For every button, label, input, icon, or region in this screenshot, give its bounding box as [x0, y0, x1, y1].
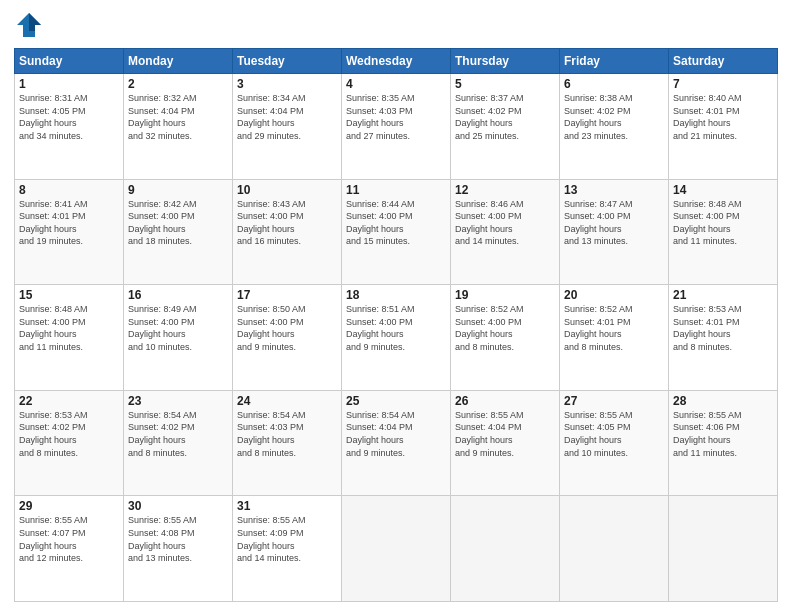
day-detail: Sunrise: 8:34 AM Sunset: 4:04 PM Dayligh…	[237, 92, 337, 142]
day-detail: Sunrise: 8:55 AM Sunset: 4:09 PM Dayligh…	[237, 514, 337, 564]
day-number: 25	[346, 394, 446, 408]
day-number: 21	[673, 288, 773, 302]
logo-icon	[14, 10, 44, 40]
day-cell-10: 10 Sunrise: 8:43 AM Sunset: 4:00 PM Dayl…	[233, 179, 342, 285]
day-cell-26: 26 Sunrise: 8:55 AM Sunset: 4:04 PM Dayl…	[451, 390, 560, 496]
day-cell-30: 30 Sunrise: 8:55 AM Sunset: 4:08 PM Dayl…	[124, 496, 233, 602]
day-detail: Sunrise: 8:41 AM Sunset: 4:01 PM Dayligh…	[19, 198, 119, 248]
day-cell-29: 29 Sunrise: 8:55 AM Sunset: 4:07 PM Dayl…	[15, 496, 124, 602]
day-number: 3	[237, 77, 337, 91]
day-detail: Sunrise: 8:55 AM Sunset: 4:08 PM Dayligh…	[128, 514, 228, 564]
day-detail: Sunrise: 8:47 AM Sunset: 4:00 PM Dayligh…	[564, 198, 664, 248]
day-detail: Sunrise: 8:50 AM Sunset: 4:00 PM Dayligh…	[237, 303, 337, 353]
day-detail: Sunrise: 8:37 AM Sunset: 4:02 PM Dayligh…	[455, 92, 555, 142]
day-number: 19	[455, 288, 555, 302]
day-number: 17	[237, 288, 337, 302]
day-number: 1	[19, 77, 119, 91]
day-detail: Sunrise: 8:32 AM Sunset: 4:04 PM Dayligh…	[128, 92, 228, 142]
empty-cell	[669, 496, 778, 602]
day-detail: Sunrise: 8:54 AM Sunset: 4:03 PM Dayligh…	[237, 409, 337, 459]
calendar-body: 1 Sunrise: 8:31 AM Sunset: 4:05 PM Dayli…	[15, 74, 778, 602]
header	[14, 10, 778, 40]
day-number: 2	[128, 77, 228, 91]
dow-header-tuesday: Tuesday	[233, 49, 342, 74]
day-cell-6: 6 Sunrise: 8:38 AM Sunset: 4:02 PM Dayli…	[560, 74, 669, 180]
day-detail: Sunrise: 8:54 AM Sunset: 4:04 PM Dayligh…	[346, 409, 446, 459]
calendar-table: SundayMondayTuesdayWednesdayThursdayFrid…	[14, 48, 778, 602]
day-number: 5	[455, 77, 555, 91]
day-cell-22: 22 Sunrise: 8:53 AM Sunset: 4:02 PM Dayl…	[15, 390, 124, 496]
day-cell-1: 1 Sunrise: 8:31 AM Sunset: 4:05 PM Dayli…	[15, 74, 124, 180]
day-number: 26	[455, 394, 555, 408]
empty-cell	[560, 496, 669, 602]
day-number: 13	[564, 183, 664, 197]
day-number: 12	[455, 183, 555, 197]
day-detail: Sunrise: 8:55 AM Sunset: 4:05 PM Dayligh…	[564, 409, 664, 459]
day-number: 22	[19, 394, 119, 408]
day-cell-24: 24 Sunrise: 8:54 AM Sunset: 4:03 PM Dayl…	[233, 390, 342, 496]
day-cell-27: 27 Sunrise: 8:55 AM Sunset: 4:05 PM Dayl…	[560, 390, 669, 496]
dow-header-monday: Monday	[124, 49, 233, 74]
day-number: 27	[564, 394, 664, 408]
day-number: 11	[346, 183, 446, 197]
day-number: 7	[673, 77, 773, 91]
day-number: 30	[128, 499, 228, 513]
day-number: 4	[346, 77, 446, 91]
day-cell-28: 28 Sunrise: 8:55 AM Sunset: 4:06 PM Dayl…	[669, 390, 778, 496]
day-cell-21: 21 Sunrise: 8:53 AM Sunset: 4:01 PM Dayl…	[669, 285, 778, 391]
day-cell-7: 7 Sunrise: 8:40 AM Sunset: 4:01 PM Dayli…	[669, 74, 778, 180]
logo	[14, 10, 48, 40]
day-detail: Sunrise: 8:53 AM Sunset: 4:02 PM Dayligh…	[19, 409, 119, 459]
day-cell-18: 18 Sunrise: 8:51 AM Sunset: 4:00 PM Dayl…	[342, 285, 451, 391]
day-number: 31	[237, 499, 337, 513]
dow-header-thursday: Thursday	[451, 49, 560, 74]
dow-header-friday: Friday	[560, 49, 669, 74]
day-cell-17: 17 Sunrise: 8:50 AM Sunset: 4:00 PM Dayl…	[233, 285, 342, 391]
day-detail: Sunrise: 8:43 AM Sunset: 4:00 PM Dayligh…	[237, 198, 337, 248]
day-number: 14	[673, 183, 773, 197]
week-row-5: 29 Sunrise: 8:55 AM Sunset: 4:07 PM Dayl…	[15, 496, 778, 602]
day-detail: Sunrise: 8:38 AM Sunset: 4:02 PM Dayligh…	[564, 92, 664, 142]
day-detail: Sunrise: 8:52 AM Sunset: 4:01 PM Dayligh…	[564, 303, 664, 353]
day-of-week-header-row: SundayMondayTuesdayWednesdayThursdayFrid…	[15, 49, 778, 74]
day-detail: Sunrise: 8:31 AM Sunset: 4:05 PM Dayligh…	[19, 92, 119, 142]
main-container: SundayMondayTuesdayWednesdayThursdayFrid…	[0, 0, 792, 612]
day-cell-25: 25 Sunrise: 8:54 AM Sunset: 4:04 PM Dayl…	[342, 390, 451, 496]
day-number: 29	[19, 499, 119, 513]
day-detail: Sunrise: 8:55 AM Sunset: 4:07 PM Dayligh…	[19, 514, 119, 564]
day-detail: Sunrise: 8:42 AM Sunset: 4:00 PM Dayligh…	[128, 198, 228, 248]
day-detail: Sunrise: 8:44 AM Sunset: 4:00 PM Dayligh…	[346, 198, 446, 248]
empty-cell	[342, 496, 451, 602]
day-detail: Sunrise: 8:48 AM Sunset: 4:00 PM Dayligh…	[19, 303, 119, 353]
week-row-4: 22 Sunrise: 8:53 AM Sunset: 4:02 PM Dayl…	[15, 390, 778, 496]
day-cell-23: 23 Sunrise: 8:54 AM Sunset: 4:02 PM Dayl…	[124, 390, 233, 496]
day-cell-11: 11 Sunrise: 8:44 AM Sunset: 4:00 PM Dayl…	[342, 179, 451, 285]
day-detail: Sunrise: 8:49 AM Sunset: 4:00 PM Dayligh…	[128, 303, 228, 353]
day-cell-19: 19 Sunrise: 8:52 AM Sunset: 4:00 PM Dayl…	[451, 285, 560, 391]
day-cell-9: 9 Sunrise: 8:42 AM Sunset: 4:00 PM Dayli…	[124, 179, 233, 285]
day-number: 20	[564, 288, 664, 302]
week-row-1: 1 Sunrise: 8:31 AM Sunset: 4:05 PM Dayli…	[15, 74, 778, 180]
day-detail: Sunrise: 8:53 AM Sunset: 4:01 PM Dayligh…	[673, 303, 773, 353]
day-detail: Sunrise: 8:52 AM Sunset: 4:00 PM Dayligh…	[455, 303, 555, 353]
day-number: 8	[19, 183, 119, 197]
day-detail: Sunrise: 8:35 AM Sunset: 4:03 PM Dayligh…	[346, 92, 446, 142]
day-cell-2: 2 Sunrise: 8:32 AM Sunset: 4:04 PM Dayli…	[124, 74, 233, 180]
day-number: 16	[128, 288, 228, 302]
dow-header-wednesday: Wednesday	[342, 49, 451, 74]
day-cell-15: 15 Sunrise: 8:48 AM Sunset: 4:00 PM Dayl…	[15, 285, 124, 391]
day-cell-13: 13 Sunrise: 8:47 AM Sunset: 4:00 PM Dayl…	[560, 179, 669, 285]
day-number: 18	[346, 288, 446, 302]
day-cell-5: 5 Sunrise: 8:37 AM Sunset: 4:02 PM Dayli…	[451, 74, 560, 180]
day-number: 15	[19, 288, 119, 302]
week-row-2: 8 Sunrise: 8:41 AM Sunset: 4:01 PM Dayli…	[15, 179, 778, 285]
day-cell-20: 20 Sunrise: 8:52 AM Sunset: 4:01 PM Dayl…	[560, 285, 669, 391]
day-number: 6	[564, 77, 664, 91]
week-row-3: 15 Sunrise: 8:48 AM Sunset: 4:00 PM Dayl…	[15, 285, 778, 391]
dow-header-sunday: Sunday	[15, 49, 124, 74]
day-number: 9	[128, 183, 228, 197]
day-detail: Sunrise: 8:48 AM Sunset: 4:00 PM Dayligh…	[673, 198, 773, 248]
day-number: 24	[237, 394, 337, 408]
day-detail: Sunrise: 8:46 AM Sunset: 4:00 PM Dayligh…	[455, 198, 555, 248]
day-cell-12: 12 Sunrise: 8:46 AM Sunset: 4:00 PM Dayl…	[451, 179, 560, 285]
